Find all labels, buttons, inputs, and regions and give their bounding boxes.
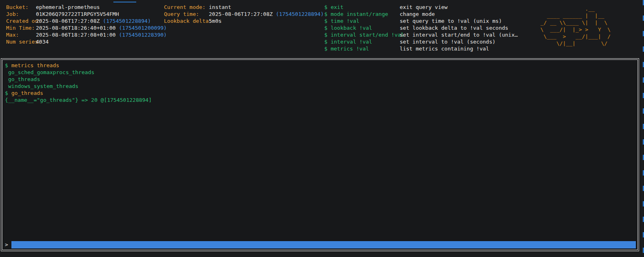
info-row-label: Max:	[6, 31, 36, 38]
help-item: $ interval !valset interval to !val (sec…	[324, 38, 518, 45]
info-row: Min Time:2025-08-06T18:26:40+01:00 (1754…	[6, 24, 167, 31]
help-item: $ time !valset query time to !val (unix …	[324, 18, 518, 24]
help-description: set interval start/end to !val (unix…	[400, 32, 518, 38]
query-settings-panel: Current mode:instantQuery time:2025-08-0…	[164, 4, 324, 24]
info-row-label: Created on:	[6, 18, 36, 24]
info-row-label: Num series:	[6, 38, 36, 45]
query-row-timestamp: (1754501228894)	[273, 11, 324, 17]
info-row-label: Min Time:	[6, 24, 36, 31]
query-row-label: Current mode:	[164, 4, 209, 11]
help-command: $ lookback !val	[324, 24, 400, 31]
shell-prompt: $	[5, 90, 11, 96]
info-row-value: 2025-08-06T18:27:08+01:00	[36, 32, 116, 38]
help-description: set query time to !val (unix ms)	[400, 18, 502, 24]
info-row-label: Job:	[6, 11, 36, 18]
info-row-timestamp: (1754501200099)	[116, 25, 167, 31]
top-accent-dash	[113, 2, 136, 2]
terminal-panel: $ metrics threadsgo_sched_gomaxprocs_thr…	[1, 58, 639, 251]
help-item: $ mode instant/rangechange mode	[324, 11, 518, 18]
command-text: go_threads	[11, 90, 43, 96]
help-item: $ exitexit query view	[324, 4, 518, 11]
help-item: $ interval start/end !valset interval st…	[324, 31, 518, 38]
info-row-value: 2025-08-06T17:27:08Z	[36, 18, 100, 24]
query-row-value: instant	[209, 4, 231, 10]
help-command: $ mode instant/range	[324, 11, 400, 18]
query-view-screen: Bucket:ephemeral-prometheusJob:01K206Q79…	[0, 0, 644, 257]
info-row-value: ephemeral-prometheus	[36, 4, 100, 10]
terminal-output-line: go_threads	[5, 76, 635, 83]
command-help-panel: $ exitexit query view$ mode instant/rang…	[324, 4, 518, 52]
query-row: Current mode:instant	[164, 4, 324, 11]
info-row-value: 01K206Q792722T1RPGY5V54FMH	[36, 11, 119, 17]
info-row: Job:01K206Q792722T1RPGY5V54FMH	[6, 11, 167, 18]
shell-prompt: $	[5, 62, 11, 68]
help-command: $ interval start/end !val	[324, 31, 400, 38]
terminal-output-line: go_sched_gomaxprocs_threads	[5, 69, 635, 76]
info-row-timestamp: (1754501228390)	[116, 32, 167, 38]
help-description: exit query view	[400, 4, 447, 10]
help-command: $ exit	[324, 4, 400, 11]
help-command: $ time !val	[324, 18, 400, 24]
info-row: Max:2025-08-06T18:27:08+01:00 (175450122…	[6, 31, 167, 38]
help-item: $ metrics !vallist metrics containing !v…	[324, 45, 518, 52]
eph-ascii-logo: .__ ____ ______ | |__ _/ __ \\____ \| | …	[540, 5, 611, 47]
command-input[interactable]: enter command, promql query or press tab…	[11, 241, 636, 248]
terminal-command-line: $ go_threads	[5, 90, 635, 97]
terminal-result-line: {__name__="go_threads"} => 20 @[17545012…	[5, 97, 635, 103]
help-item: $ lookback !valset lookback delta to !va…	[324, 24, 518, 31]
query-row-label: Query time:	[164, 11, 209, 18]
input-prompt: >	[5, 241, 11, 248]
query-row-value: 2025-08-06T17:27:08Z	[209, 11, 273, 17]
help-command: $ interval !val	[324, 38, 400, 45]
info-row-value: 2025-08-06T18:26:40+01:00	[36, 25, 116, 31]
command-text: metrics threads	[11, 62, 59, 68]
help-description: list metrics containing !val	[400, 46, 489, 52]
header: Bucket:ephemeral-prometheusJob:01K206Q79…	[0, 4, 644, 57]
info-row: Num series:4034	[6, 38, 167, 45]
info-row: Created on:2025-08-06T17:27:08Z (1754501…	[6, 18, 167, 24]
info-row-value: 4034	[36, 39, 49, 45]
terminal-output-line: windows_system_threads	[5, 83, 635, 90]
help-description: set interval to !val (seconds)	[400, 39, 496, 45]
query-row-value: 5m0s	[209, 18, 221, 24]
query-row-label: Lookback delta:	[164, 18, 209, 24]
help-command: $ metrics !val	[324, 45, 400, 52]
bucket-info-panel: Bucket:ephemeral-prometheusJob:01K206Q79…	[6, 4, 167, 45]
terminal-command-line: $ metrics threads	[5, 62, 635, 69]
query-row: Lookback delta:5m0s	[164, 18, 324, 24]
command-input-row[interactable]: > enter command, promql query or press t…	[5, 241, 636, 248]
info-row-timestamp: (1754501228894)	[100, 18, 151, 24]
info-row-label: Bucket:	[6, 4, 36, 11]
help-description: change mode	[400, 11, 435, 17]
query-row: Query time:2025-08-06T17:27:08Z (1754501…	[164, 11, 324, 18]
info-row: Bucket:ephemeral-prometheus	[6, 4, 167, 11]
terminal-output[interactable]: $ metrics threadsgo_sched_gomaxprocs_thr…	[5, 62, 635, 238]
help-description: set lookback delta to !val seconds	[400, 25, 508, 31]
